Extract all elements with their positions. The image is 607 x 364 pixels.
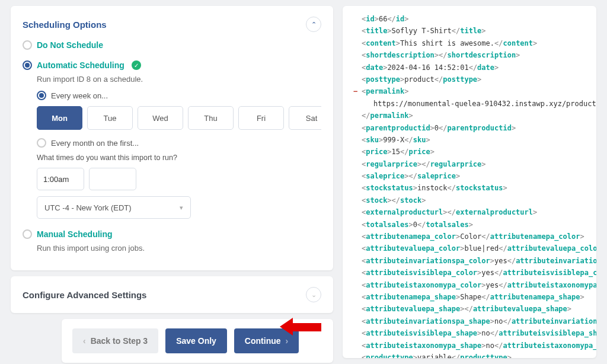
- manual-option[interactable]: Manual Scheduling: [23, 229, 321, 239]
- chevron-up-icon: ⌃: [311, 21, 317, 28]
- every-month-option[interactable]: Every month on the first...: [37, 138, 321, 148]
- timezone-value: UTC -4 - New York (EDT): [44, 203, 132, 212]
- time-input-1[interactable]: [37, 168, 84, 190]
- do-not-schedule-option[interactable]: Do Not Schedule: [23, 40, 321, 50]
- advanced-settings-card[interactable]: Configure Advanced Settings ⌄: [11, 276, 333, 313]
- day-fri[interactable]: Fri: [238, 106, 284, 130]
- radio-icon: [23, 229, 32, 239]
- every-week-option[interactable]: Every week on...: [37, 91, 321, 100]
- day-sat[interactable]: Sat: [289, 106, 321, 130]
- scheduling-options-card: Scheduling Options ⌃ Do Not Schedule Aut…: [11, 6, 333, 270]
- radio-icon: [37, 91, 46, 100]
- manual-desc: Run this import using cron jobs.: [37, 244, 321, 253]
- radio-icon: [23, 40, 32, 50]
- every-month-label: Every month on the first...: [51, 139, 139, 148]
- checkmark-icon: ✓: [132, 60, 141, 70]
- chevron-down-icon: ⌄: [311, 291, 317, 299]
- radio-icon: [37, 138, 46, 148]
- chevron-down-icon: ▾: [180, 204, 183, 212]
- do-not-schedule-label: Do Not Schedule: [37, 40, 103, 50]
- time-prompt: What times do you want this import to ru…: [37, 154, 321, 162]
- automatic-label: Automatic Scheduling: [37, 60, 124, 70]
- save-label: Save Only: [176, 336, 216, 346]
- automatic-desc: Run import ID 8 on a schedule.: [37, 75, 321, 84]
- timezone-select[interactable]: UTC -4 - New York (EDT) ▾: [37, 196, 191, 219]
- chevron-right-icon: ›: [286, 336, 289, 346]
- automatic-option[interactable]: Automatic Scheduling ✓: [23, 60, 321, 70]
- every-week-label: Every week on...: [51, 91, 108, 100]
- back-button[interactable]: ‹ Back to Step 3: [72, 328, 158, 353]
- expand-button[interactable]: ⌄: [306, 287, 321, 302]
- manual-label: Manual Scheduling: [37, 229, 113, 239]
- save-only-button[interactable]: Save Only: [165, 328, 227, 353]
- radio-icon: [23, 60, 32, 70]
- xml-preview: <id>66</id><title>Soflyy T-Shirt</title>…: [343, 6, 596, 358]
- continue-label: Continue: [245, 336, 281, 346]
- advanced-title: Configure Advanced Settings: [23, 290, 146, 300]
- scheduling-title: Scheduling Options: [23, 20, 107, 30]
- time-input-2[interactable]: [89, 168, 136, 190]
- chevron-left-icon: ‹: [83, 336, 86, 346]
- day-wed[interactable]: Wed: [138, 106, 183, 130]
- day-mon[interactable]: Mon: [37, 106, 82, 130]
- back-label: Back to Step 3: [91, 336, 148, 346]
- collapse-button[interactable]: ⌃: [306, 17, 321, 32]
- day-selector: Mon Tue Wed Thu Fri Sat: [37, 106, 321, 130]
- day-thu[interactable]: Thu: [188, 106, 234, 130]
- day-tue[interactable]: Tue: [87, 106, 133, 130]
